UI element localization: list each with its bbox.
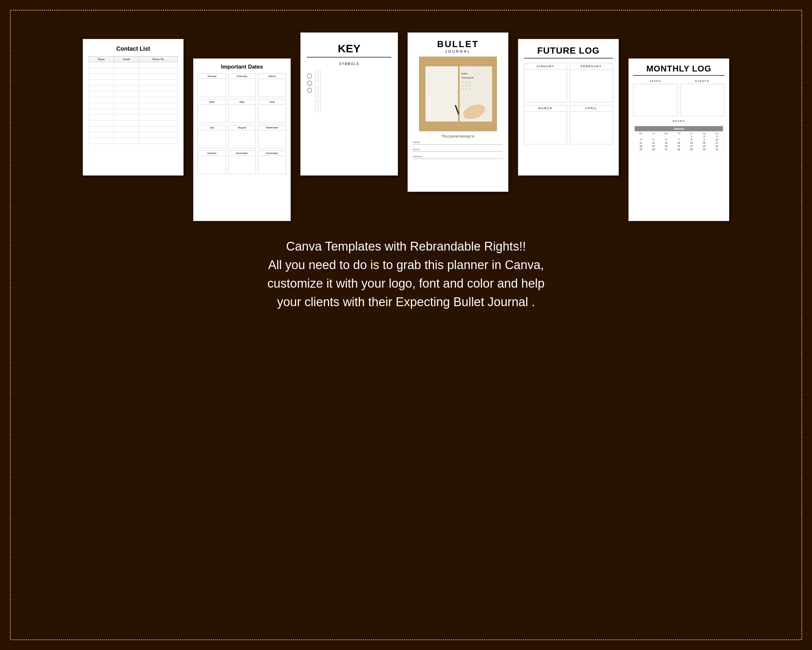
table-row xyxy=(89,127,178,132)
events-header: EVENTS xyxy=(680,80,725,83)
cal-day: 6 xyxy=(660,138,672,141)
bullet-email-label: Email xyxy=(413,148,503,151)
bullet-address-field: Address xyxy=(413,155,503,159)
future-grid: JANUARYFEBRUARYMARCHAPRIL xyxy=(524,63,613,144)
table-row xyxy=(89,132,178,138)
future-month-label: APRIL xyxy=(570,105,612,112)
date-month-cell: February xyxy=(228,73,256,97)
monthly-top: TASKS EVENTS xyxy=(633,80,725,116)
cal-day: 26 xyxy=(647,148,660,151)
dates-grid: JanuaryFebruaryMarchAprilMayJuneJulyAugu… xyxy=(198,73,286,174)
table-row xyxy=(89,91,178,97)
contact-list-title: Contact List xyxy=(89,46,178,52)
cal-day: 12 xyxy=(647,141,660,144)
table-row xyxy=(89,115,178,121)
cal-day: 7 xyxy=(673,138,685,141)
journal-illustration: bullet TRACKER xyxy=(419,57,497,131)
date-month-cell: April xyxy=(198,99,226,123)
cal-day: 14 xyxy=(673,141,685,144)
key-circle-1 xyxy=(307,73,312,79)
table-row xyxy=(89,103,178,109)
date-month-label: September xyxy=(258,125,286,130)
cal-day: 20 xyxy=(660,145,672,148)
cal-day-header: Su xyxy=(711,132,723,135)
col-phone: Phone No xyxy=(139,57,178,62)
mini-cal-grid: MoTuWeThFrSaSu12345678910111213141516171… xyxy=(635,132,723,151)
key-symbol-cell xyxy=(315,99,316,112)
future-month-cell: FEBRUARY xyxy=(570,63,613,102)
cal-day: 28 xyxy=(673,148,685,151)
table-row xyxy=(89,62,178,68)
date-month-label: April xyxy=(198,99,226,105)
svg-point-18 xyxy=(462,89,464,90)
cal-day: 18 xyxy=(635,145,647,148)
cal-day xyxy=(660,135,672,138)
table-row xyxy=(89,86,178,91)
notes-header: NOTES xyxy=(633,119,725,122)
svg-text:bullet: bullet xyxy=(461,72,468,75)
key-symbol-cell xyxy=(315,85,316,98)
cal-day: 2 xyxy=(698,135,710,138)
tasks-box xyxy=(633,84,678,116)
bullet-name-field: Name xyxy=(413,141,503,145)
important-dates-title: Important Dates xyxy=(198,64,286,70)
cal-day: 3 xyxy=(711,135,723,138)
svg-rect-1 xyxy=(426,66,458,122)
date-month-cell: December xyxy=(258,150,286,174)
bullet-subtitle: JOURNAL xyxy=(445,49,471,53)
cal-day xyxy=(673,135,685,138)
monthly-log-title: MONTHLY LOG xyxy=(633,64,725,76)
key-circle-3 xyxy=(307,88,312,93)
cal-day: 10 xyxy=(711,138,723,141)
mini-calendar: January MoTuWeThFrSaSu123456789101112131… xyxy=(633,124,725,153)
date-month-cell: November xyxy=(228,150,256,174)
bullet-title: BULLET xyxy=(437,39,479,49)
date-month-label: November xyxy=(228,151,256,156)
bottom-line4: your clients with their Expecting Bullet… xyxy=(267,293,544,311)
events-section: EVENTS xyxy=(680,80,725,116)
date-month-cell: March xyxy=(258,73,286,97)
cal-day-header: Mo xyxy=(635,132,647,135)
important-dates-card: Important Dates JanuaryFebruaryMarchApri… xyxy=(193,58,291,221)
date-month-cell: July xyxy=(198,125,226,148)
col-email: Email xyxy=(114,57,139,62)
date-month-label: August xyxy=(228,125,256,130)
future-month-label: FEBRUARY xyxy=(570,63,612,70)
svg-point-17 xyxy=(469,86,470,86)
cal-day: 24 xyxy=(711,145,723,148)
tasks-header: TASKS xyxy=(633,80,678,83)
future-month-cell: MARCH xyxy=(524,105,567,144)
cal-day: 4 xyxy=(635,138,647,141)
date-month-cell: September xyxy=(258,125,286,148)
cal-day: 29 xyxy=(685,148,698,151)
cal-day xyxy=(647,135,660,138)
cal-day: 27 xyxy=(660,148,672,151)
svg-point-20 xyxy=(469,89,470,90)
cal-day: 19 xyxy=(647,145,660,148)
cal-day: 9 xyxy=(698,138,710,141)
future-log-card: FUTURE LOG JANUARYFEBRUARYMARCHAPRIL xyxy=(518,39,619,176)
bottom-line1: Canva Templates with Rebrandable Rights!… xyxy=(267,237,544,256)
svg-point-13 xyxy=(466,82,467,83)
key-card: KEY SYMBOLS xyxy=(301,32,398,176)
contact-list-card: Contact List Name Email Phone No xyxy=(83,39,183,176)
bullet-journal-card: BULLET JOURNAL xyxy=(408,32,508,192)
bullet-belongs-text: This journal belongs to xyxy=(442,135,475,138)
cal-day: 15 xyxy=(685,141,698,144)
cal-day: 25 xyxy=(635,148,647,151)
cal-day-header: Fr xyxy=(685,132,698,135)
table-row xyxy=(89,138,178,144)
future-month-cell: APRIL xyxy=(570,105,613,144)
key-content xyxy=(307,70,391,112)
cal-day: 1 xyxy=(685,135,698,138)
date-month-label: January xyxy=(198,74,226,79)
cal-day: 13 xyxy=(660,141,672,144)
key-symbol-cell xyxy=(320,70,321,83)
svg-point-16 xyxy=(466,86,467,86)
bottom-line2: All you need to do is to grab this plann… xyxy=(267,256,544,274)
date-month-label: May xyxy=(228,99,256,105)
key-circle-2 xyxy=(307,81,312,86)
date-month-cell: October xyxy=(198,150,226,174)
svg-point-14 xyxy=(469,82,470,83)
cal-day-header: Th xyxy=(673,132,685,135)
